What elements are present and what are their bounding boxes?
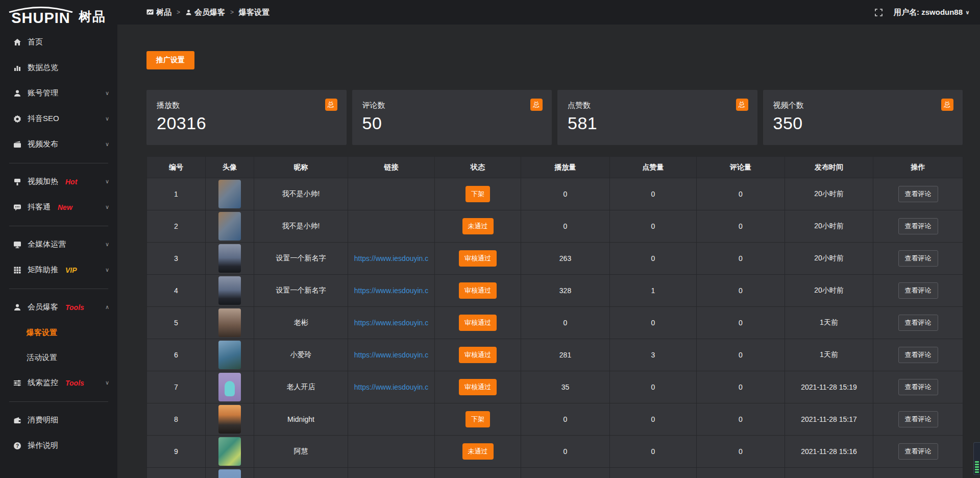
stat-card-comments: 评论数 50 总 [352, 90, 552, 145]
dashboard-icon [146, 9, 154, 16]
menu-divider [9, 289, 108, 289]
cell-comments: 0 [697, 178, 785, 210]
video-publish-icon [13, 140, 21, 149]
cell-no: 3 [147, 243, 206, 275]
view-comments-button[interactable]: 查看评论 [898, 250, 938, 267]
sidebar-item-operation-guide[interactable]: ? 操作说明 [0, 433, 117, 459]
view-comments-button[interactable]: 查看评论 [898, 379, 938, 395]
cell-no: 7 [147, 371, 206, 403]
table-row: 6 小爱玲 https://www.iesdouyin.c 审核通过 281 3… [147, 339, 963, 371]
user-icon [13, 89, 21, 98]
breadcrumb: 树品 > 会员爆客 > 爆客设置 [146, 8, 270, 17]
cell-nickname: 设置一个新名字 [254, 243, 348, 275]
breadcrumb-item-member-baoke[interactable]: 会员爆客 [185, 8, 225, 17]
sidebar-item-label: 操作说明 [28, 441, 58, 450]
view-comments-button[interactable]: 查看评论 [898, 347, 938, 363]
cell-no: 5 [147, 307, 206, 339]
sidebar-item-home[interactable]: 首页 [0, 30, 117, 55]
table-row: 4 设置一个新名字 https://www.iesdouyin.c 审核通过 3… [147, 275, 963, 307]
table-row: 8 Midnight 下架 0 0 0 2021-11-28 15:17 查看评… [147, 403, 963, 436]
monitor-icon [13, 240, 21, 249]
cell-no: 1 [147, 178, 206, 210]
video-link[interactable]: https://www.iesdouyin.c [354, 286, 429, 295]
status-badge: 审核通过 [459, 250, 497, 267]
view-comments-button[interactable]: 查看评论 [898, 443, 938, 460]
stat-card-plays: 播放数 20316 总 [146, 90, 347, 145]
floating-widget[interactable] [973, 442, 980, 475]
chevron-down-icon: ∨ [965, 9, 970, 16]
table-row: 1 我不是小帅! 下架 0 0 0 20小时前 查看评论 [147, 178, 963, 210]
col-header-publish-time: 发布时间 [785, 157, 873, 178]
sidebar-subitem-baoke-settings[interactable]: 爆客设置 [0, 320, 117, 345]
sidebar-item-video-publish[interactable]: 视频发布 ∨ [0, 132, 117, 157]
total-badge: 总 [941, 99, 953, 111]
cell-publish-time: 20小时前 [785, 210, 873, 243]
sidebar-subitem-activity-settings[interactable]: 活动设置 [0, 345, 117, 370]
fullscreen-icon[interactable] [875, 9, 883, 16]
sidebar-item-clue-monitor[interactable]: 线索监控 Tools ∨ [0, 370, 117, 396]
sidebar-item-douketong[interactable]: 抖客通 New ∨ [0, 195, 117, 220]
sidebar-item-consumption-detail[interactable]: 消费明细 [0, 408, 117, 433]
sidebar-item-douyin-seo[interactable]: 抖音SEO ∨ [0, 106, 117, 132]
table-row: 9 阿慧 未通过 0 0 0 2021-11-28 15:16 查看评论 [147, 436, 963, 468]
cell-likes: 0 [610, 371, 697, 403]
cell-nickname: 设置一个新名字 [254, 275, 348, 307]
view-comments-button[interactable]: 查看评论 [898, 186, 938, 202]
view-comments-button[interactable]: 查看评论 [898, 218, 938, 234]
app-logo[interactable]: SHUPIN 树品 [0, 0, 117, 26]
stat-label: 评论数 [362, 101, 543, 110]
sidebar-item-matrix-boost[interactable]: 矩阵助推 VIP ∨ [0, 257, 117, 283]
video-link[interactable]: https://www.iesdouyin.c [354, 351, 429, 359]
stat-card-likes: 点赞数 581 总 [557, 90, 757, 145]
chevron-down-icon: ∨ [105, 379, 109, 386]
help-icon: ? [13, 441, 21, 450]
breadcrumb-separator: > [177, 9, 180, 16]
view-comments-button[interactable]: 查看评论 [898, 411, 938, 427]
cell-publish-time: 20小时前 [785, 178, 873, 210]
avatar [218, 180, 241, 208]
sidebar-item-account-management[interactable]: 账号管理 ∨ [0, 81, 117, 106]
sidebar-item-label: 会员爆客 [28, 302, 58, 312]
cell-comments: 0 [697, 275, 785, 307]
sidebar-item-label: 全媒体运营 [28, 240, 66, 249]
view-comments-button[interactable]: 查看评论 [898, 282, 938, 299]
sidebar-item-member-baoke[interactable]: 会员爆客 Tools ∧ [0, 295, 117, 320]
table-row: 2 我不是小帅! 未通过 0 0 0 20小时前 查看评论 [147, 210, 963, 243]
status-badge: 下架 [465, 411, 490, 427]
video-link[interactable]: https://www.iesdouyin.c [354, 383, 429, 391]
chevron-down-icon: ∨ [105, 204, 109, 210]
username-label: 用户名: zswodun88 [894, 8, 963, 17]
cell-publish-time: 2021-11-28 15:16 [785, 436, 873, 468]
stat-value: 581 [568, 113, 748, 133]
sidebar-item-data-overview[interactable]: 数据总览 [0, 55, 117, 81]
status-badge: 审核通过 [459, 282, 497, 299]
sidebar-item-video-heat[interactable]: 视频加热 Hot ∨ [0, 169, 117, 195]
avatar [218, 308, 241, 337]
sidebar-item-label: 消费明细 [28, 415, 58, 425]
sidebar-item-label: 线索监控 [28, 378, 58, 388]
sliders-icon [13, 378, 21, 387]
user-menu[interactable]: 用户名: zswodun88 ∨ [894, 8, 970, 17]
cell-likes: 0 [610, 243, 697, 275]
cell-comments: 0 [697, 243, 785, 275]
view-comments-button[interactable]: 查看评论 [898, 315, 938, 331]
status-badge: 审核通过 [459, 379, 497, 395]
col-header-likes: 点赞量 [610, 157, 697, 178]
gear-icon [13, 114, 21, 123]
widget-bar [975, 466, 979, 468]
topbar: 树品 > 会员爆客 > 爆客设置 用户名: zswodun88 ∨ [117, 0, 980, 25]
sidebar-item-all-media-operation[interactable]: 全媒体运营 ∨ [0, 232, 117, 257]
chevron-down-icon: ∨ [105, 115, 109, 122]
breadcrumb-item-root[interactable]: 树品 [146, 8, 172, 17]
breadcrumb-label: 会员爆客 [194, 8, 225, 17]
video-link[interactable]: https://www.iesdouyin.c [354, 254, 429, 262]
vip-tag: VIP [65, 266, 77, 274]
status-badge: 审核通过 [459, 347, 497, 363]
table-header-row: 编号 头像 昵称 链接 状态 播放量 点赞量 评论量 发布时间 操作 [147, 157, 963, 178]
video-link[interactable]: https://www.iesdouyin.c [354, 319, 429, 327]
avatar [218, 212, 241, 241]
sidebar-item-label: 抖音SEO [28, 114, 59, 124]
promo-settings-button[interactable]: 推广设置 [146, 51, 194, 69]
avatar [218, 405, 241, 434]
stat-cards: 播放数 20316 总 评论数 50 总 点赞数 581 总 视频个数 350 … [146, 90, 963, 145]
